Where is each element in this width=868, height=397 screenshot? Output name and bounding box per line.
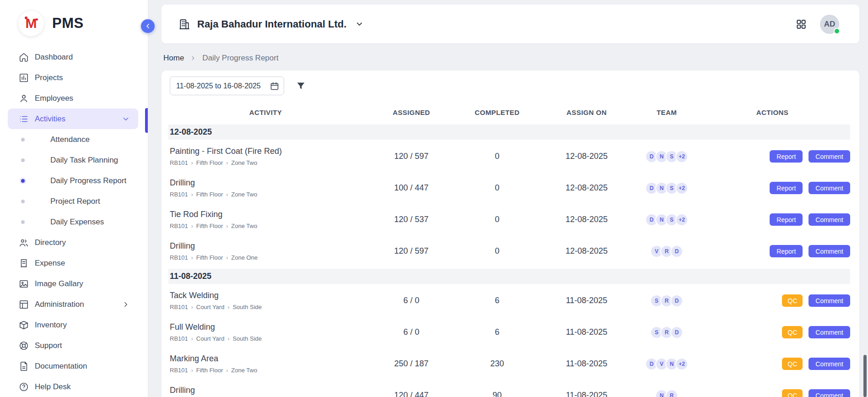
group-date: 11-08-2025: [170, 272, 211, 281]
scrollbar-thumb[interactable]: [863, 355, 867, 397]
qc-button[interactable]: QC: [782, 358, 803, 370]
docs-icon: [19, 361, 29, 371]
sidebar-item-label: Employees: [35, 94, 73, 103]
activity-path: RB101›Fifth Floor›Zone Two: [170, 223, 363, 229]
sidebar-item-daily-task-planning[interactable]: Daily Task Planning: [8, 150, 138, 170]
chevron-right-icon: ›: [226, 255, 228, 261]
column-header-activity: ACTIVITY: [168, 109, 363, 116]
sidebar-item-activities[interactable]: Activities: [8, 109, 138, 129]
sidebar-item-daily-progress-report[interactable]: Daily Progress Report: [8, 170, 138, 191]
team-cell: SRD: [639, 326, 695, 339]
bullet-icon: [21, 138, 25, 141]
app-title: PMS: [52, 15, 84, 32]
activity-name: Drilling: [170, 386, 363, 395]
path-segment: Fifth Floor: [196, 367, 223, 374]
completed-value: 90: [460, 391, 534, 397]
active-nav-indicator: [145, 108, 148, 133]
sidebar-item-expense[interactable]: Expense: [8, 253, 138, 273]
sidebar-item-label: Inventory: [35, 321, 67, 330]
comment-button[interactable]: Comment: [809, 389, 850, 397]
top-header: Raja Bahadur International Ltd. AD: [162, 5, 859, 44]
sidebar-item-label: Attendance: [50, 135, 90, 144]
sidebar-item-project-report[interactable]: Project Report: [8, 191, 138, 212]
avatar-initials: AD: [824, 20, 836, 29]
home-icon: [19, 52, 29, 62]
column-header-assign-on: ASSIGN ON: [534, 109, 639, 116]
team-cell: NR: [639, 389, 695, 397]
table-row: Full WeldingRB101›Court Yard›South Side6…: [168, 316, 850, 348]
sidebar-item-administration[interactable]: Administration: [8, 294, 138, 315]
users-icon: [19, 238, 29, 248]
comment-button[interactable]: Comment: [809, 358, 850, 370]
assigned-value: 120 / 537: [363, 215, 460, 224]
qc-button[interactable]: QC: [782, 294, 803, 307]
activity-cell: DrillingRB101›Fifth Floor›Zone Two: [168, 178, 363, 198]
team-cell: DNS+2: [639, 150, 695, 163]
actions-cell: ReportComment: [695, 213, 850, 226]
activity-name: Full Welding: [170, 322, 363, 332]
assign-on-value: 11-08-2025: [534, 359, 639, 369]
team-avatar: D: [670, 294, 683, 307]
comment-button[interactable]: Comment: [809, 245, 850, 257]
sidebar-item-dashboard[interactable]: Dashboard: [8, 47, 138, 67]
qc-button[interactable]: QC: [782, 389, 803, 397]
actions-cell: QCComment: [695, 294, 850, 307]
qc-button[interactable]: QC: [782, 326, 803, 338]
report-button[interactable]: Report: [770, 150, 803, 163]
comment-button[interactable]: Comment: [809, 182, 850, 194]
sidebar-item-help-desk[interactable]: Help Desk: [8, 376, 138, 397]
report-button[interactable]: Report: [770, 182, 803, 194]
report-button[interactable]: Report: [770, 245, 803, 257]
date-range-input[interactable]: [170, 76, 284, 95]
comment-button[interactable]: Comment: [809, 326, 850, 338]
sidebar-item-label: Projects: [35, 73, 63, 82]
chevron-right-icon: ›: [191, 336, 193, 342]
activity-cell: Tack WeldingRB101›Court Yard›South Side: [168, 291, 363, 310]
activity-path: RB101›Court Yard›South Side: [170, 335, 363, 342]
filter-funnel-icon[interactable]: [296, 81, 306, 91]
sidebar-item-directory[interactable]: Directory: [8, 232, 138, 253]
path-segment: Zone Two: [231, 191, 257, 198]
sidebar-item-employees[interactable]: Employees: [8, 88, 138, 109]
assigned-value: 6 / 0: [363, 327, 460, 337]
building-icon: [178, 18, 190, 30]
breadcrumb-home[interactable]: Home: [163, 54, 184, 63]
sidebar-item-support[interactable]: Support: [8, 335, 138, 356]
sidebar-item-projects[interactable]: Projects: [8, 67, 138, 88]
apps-grid-icon[interactable]: [795, 18, 807, 30]
path-segment: Zone Two: [231, 159, 257, 166]
date-range-field: [170, 76, 284, 95]
comment-button[interactable]: Comment: [809, 294, 850, 307]
activity-cell: Tie Rod FixingRB101›Fifth Floor›Zone Two: [168, 210, 363, 229]
sidebar-collapse-button[interactable]: [141, 19, 155, 33]
path-segment: Court Yard: [196, 304, 225, 310]
sidebar-item-daily-expenses[interactable]: Daily Expenses: [8, 212, 138, 232]
path-segment: Zone Two: [231, 223, 257, 229]
chevron-left-icon: [144, 22, 151, 30]
activity-name: Tack Welding: [170, 291, 363, 300]
user-avatar[interactable]: AD: [820, 15, 839, 34]
report-button[interactable]: Report: [770, 213, 803, 226]
sidebar-item-label: Daily Expenses: [50, 218, 104, 227]
sidebar-item-image-gallary[interactable]: Image Gallary: [8, 273, 138, 294]
help-icon: [19, 382, 29, 392]
date-group-header: 11-08-2025: [168, 269, 850, 284]
comment-button[interactable]: Comment: [809, 150, 850, 163]
company-selector[interactable]: Raja Bahadur International Ltd.: [178, 18, 364, 30]
sidebar-item-inventory[interactable]: Inventory: [8, 315, 138, 335]
activity-name: Marking Area: [170, 354, 363, 364]
assign-on-value: 11-08-2025: [534, 391, 639, 397]
sidebar-item-label: Expense: [35, 259, 65, 268]
path-segment: South Side: [232, 304, 262, 310]
main-area: Raja Bahadur International Ltd. AD Home …: [148, 0, 868, 397]
filter-row: [168, 76, 850, 95]
column-header-actions: ACTIONS: [695, 109, 850, 116]
list-icon: [19, 114, 29, 124]
sidebar-item-attendance[interactable]: Attendance: [8, 129, 138, 150]
sidebar-item-label: Image Gallary: [35, 279, 83, 288]
comment-button[interactable]: Comment: [809, 213, 850, 226]
sidebar: M PMS DashboardProjectsEmployeesActiviti…: [0, 0, 148, 397]
team-avatar: D: [670, 326, 683, 339]
bullet-icon: [21, 158, 25, 162]
sidebar-item-documentation[interactable]: Documentation: [8, 356, 138, 376]
